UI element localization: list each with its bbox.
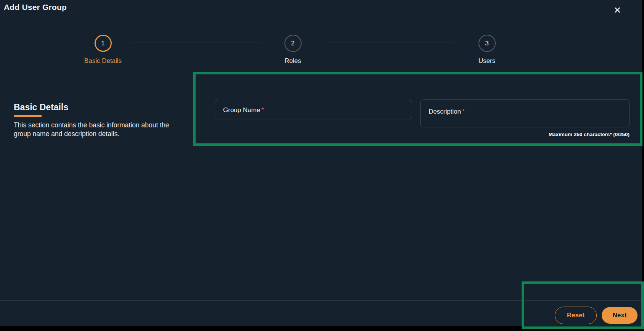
step-1-label: Basic Details [72, 57, 133, 65]
group-name-label: Group Name* [223, 106, 264, 114]
description-char-counter: Maximum 250 characters* (0/250) [420, 132, 630, 137]
section-heading: Basic Details [14, 102, 68, 112]
section-heading-underline [14, 115, 42, 117]
modal-header: Add User Group ✕ [0, 0, 642, 23]
group-name-input[interactable]: Group Name* [215, 100, 412, 119]
add-user-group-modal: Add User Group ✕ 1 Basic Details 2 Roles… [0, 0, 642, 326]
stepper: 1 Basic Details 2 Roles 3 Users [0, 32, 642, 69]
section-description: This section contains the basic informat… [14, 121, 183, 138]
step-roles[interactable]: 2 Roles [262, 35, 323, 65]
step-1-circle: 1 [95, 35, 112, 52]
step-connector-2 [326, 42, 455, 42]
step-3-circle: 3 [479, 35, 496, 52]
next-button[interactable]: Next [602, 307, 638, 324]
close-icon[interactable]: ✕ [611, 4, 623, 16]
footer-divider [0, 300, 642, 301]
reset-button[interactable]: Reset [555, 307, 597, 324]
description-label: Description* [429, 108, 465, 116]
required-asterisk: * [261, 106, 264, 114]
step-3-label: Users [456, 57, 517, 65]
step-users[interactable]: 3 Users [456, 35, 517, 65]
step-2-label: Roles [262, 57, 323, 65]
page-title: Add User Group [4, 3, 67, 12]
step-connector-1 [131, 42, 262, 42]
required-asterisk: * [462, 108, 465, 115]
description-input[interactable]: Description* [420, 99, 630, 127]
step-basic-details[interactable]: 1 Basic Details [72, 35, 133, 65]
step-2-circle: 2 [284, 35, 302, 52]
